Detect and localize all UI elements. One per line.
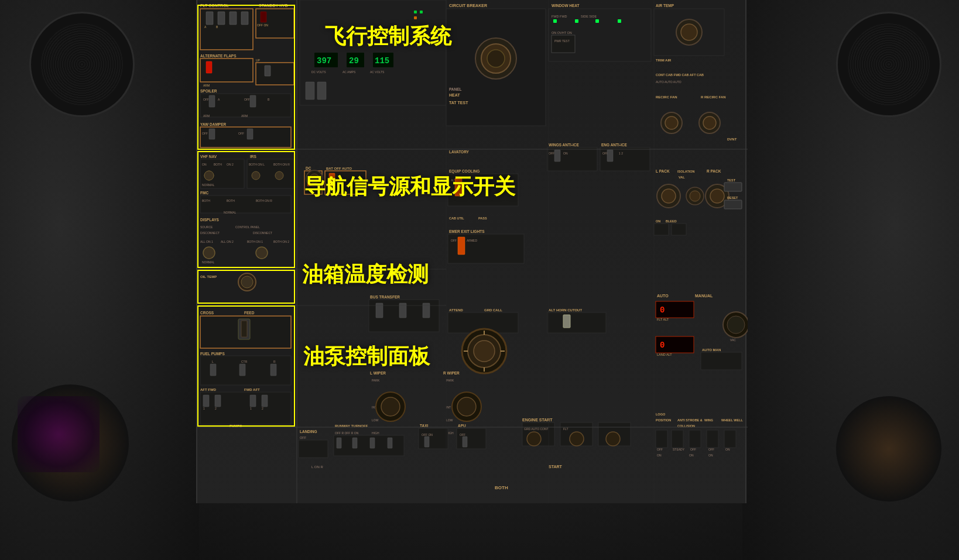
svg-text:ON: ON bbox=[725, 448, 730, 451]
fuel-pump-label: 油泵控制面板 bbox=[303, 342, 430, 371]
svg-text:BUS TRANSFER: BUS TRANSFER bbox=[370, 295, 400, 299]
svg-rect-288 bbox=[672, 224, 686, 235]
svg-text:RECIRC FAN: RECIRC FAN bbox=[656, 95, 677, 99]
svg-point-225 bbox=[381, 397, 400, 416]
svg-rect-257 bbox=[463, 437, 467, 447]
svg-text:PANEL: PANEL bbox=[449, 87, 462, 91]
svg-text:PWR TEST: PWR TEST bbox=[554, 39, 570, 43]
svg-text:115: 115 bbox=[375, 56, 389, 66]
svg-point-169 bbox=[690, 191, 700, 201]
svg-text:L PACK: L PACK bbox=[656, 169, 670, 173]
right-control-column bbox=[836, 396, 941, 501]
svg-rect-251 bbox=[419, 428, 448, 449]
svg-text:ON: ON bbox=[689, 454, 694, 457]
svg-text:ON  OVHT  ON: ON OVHT ON bbox=[552, 31, 572, 35]
svg-rect-131 bbox=[595, 19, 599, 23]
svg-text:HEAT: HEAT bbox=[449, 93, 460, 97]
svg-rect-134 bbox=[552, 35, 575, 53]
flight-control-label: 飞行控制系统 bbox=[325, 22, 451, 51]
svg-point-199 bbox=[474, 341, 495, 362]
svg-text:R RECIRC FAN: R RECIRC FAN bbox=[701, 95, 726, 99]
svg-text:AUTO: AUTO bbox=[657, 294, 669, 298]
svg-text:LOGO: LOGO bbox=[656, 413, 666, 416]
svg-text:ISOLATION: ISOLATION bbox=[677, 170, 695, 173]
svg-text:WINDOW HEAT: WINDOW HEAT bbox=[552, 4, 580, 8]
svg-rect-292 bbox=[420, 11, 423, 13]
svg-point-163 bbox=[662, 189, 676, 203]
svg-text:PARK: PARK bbox=[446, 379, 454, 382]
left-display-element bbox=[18, 396, 100, 472]
svg-rect-196 bbox=[563, 315, 570, 328]
svg-text:VAL: VAL bbox=[679, 176, 685, 179]
svg-text:0: 0 bbox=[660, 305, 665, 315]
svg-rect-132 bbox=[618, 19, 621, 23]
right-speaker-grill bbox=[836, 12, 941, 117]
svg-text:POSITION: POSITION bbox=[656, 418, 671, 422]
fuel-temp-highlight-box bbox=[197, 270, 295, 304]
svg-rect-253 bbox=[424, 437, 429, 447]
svg-text:BLEED: BLEED bbox=[666, 219, 677, 223]
svg-text:ARMED: ARMED bbox=[467, 239, 477, 242]
svg-text:TEST: TEST bbox=[727, 178, 736, 182]
svg-text:AC VOLTS: AC VOLTS bbox=[370, 70, 385, 74]
svg-point-227 bbox=[457, 397, 476, 416]
svg-text:ENG ANTI-ICE: ENG ANTI-ICE bbox=[601, 143, 627, 147]
svg-text:29: 29 bbox=[349, 56, 359, 66]
svg-text:L WIPER: L WIPER bbox=[370, 371, 386, 375]
svg-text:RESET: RESET bbox=[727, 196, 738, 200]
svg-point-148 bbox=[703, 116, 716, 129]
svg-rect-266 bbox=[689, 430, 701, 448]
svg-rect-248 bbox=[388, 438, 392, 448]
svg-text:DC: DC bbox=[306, 166, 311, 170]
svg-text:OFF: OFF bbox=[657, 448, 663, 451]
svg-text:FLT: FLT bbox=[563, 427, 568, 431]
svg-text:OFF: OFF bbox=[460, 433, 465, 437]
svg-rect-195 bbox=[547, 312, 606, 333]
svg-text:WING: WING bbox=[704, 418, 713, 422]
svg-text:FWD   FWD: FWD FWD bbox=[552, 15, 567, 18]
svg-rect-255 bbox=[457, 428, 486, 449]
svg-point-236 bbox=[570, 432, 584, 446]
left-speaker-grill bbox=[29, 12, 135, 117]
svg-text:GRD CALL: GRD CALL bbox=[484, 308, 502, 312]
svg-text:OFF: OFF bbox=[300, 436, 307, 439]
svg-rect-241 bbox=[299, 440, 328, 458]
svg-text:OFF: OFF bbox=[708, 448, 714, 451]
svg-text:EMER EXIT LIGHTS: EMER EXIT LIGHTS bbox=[449, 229, 485, 233]
left-cockpit-panel bbox=[0, 0, 199, 560]
svg-text:1  2: 1 2 bbox=[619, 152, 623, 155]
svg-text:ALT HORN CUTOUT: ALT HORN CUTOUT bbox=[549, 308, 582, 312]
svg-text:OFF: OFF bbox=[690, 448, 696, 451]
svg-point-122 bbox=[487, 50, 505, 67]
svg-text:L  ON  R: L ON R bbox=[311, 465, 323, 469]
svg-rect-154 bbox=[554, 150, 560, 162]
svg-rect-267 bbox=[707, 430, 718, 448]
svg-text:WHEEL WELL: WHEEL WELL bbox=[721, 418, 744, 422]
svg-text:ON: ON bbox=[563, 152, 568, 155]
svg-text:LAND ALT: LAND ALT bbox=[657, 353, 672, 356]
svg-text:R PACK: R PACK bbox=[707, 169, 721, 173]
svg-rect-268 bbox=[724, 430, 736, 448]
svg-text:0: 0 bbox=[660, 341, 665, 350]
svg-rect-245 bbox=[337, 438, 341, 448]
svg-rect-246 bbox=[352, 438, 357, 448]
svg-text:OFF: OFF bbox=[451, 239, 457, 242]
svg-text:R WIPER: R WIPER bbox=[443, 371, 460, 375]
svg-text:SIDE   SIDE: SIDE SIDE bbox=[581, 15, 597, 18]
svg-rect-264 bbox=[656, 430, 667, 448]
svg-text:LOW: LOW bbox=[446, 418, 453, 422]
svg-text:PARK: PARK bbox=[372, 379, 380, 382]
svg-rect-173 bbox=[724, 200, 742, 209]
svg-rect-247 bbox=[370, 438, 375, 448]
svg-text:ON: ON bbox=[656, 219, 660, 223]
svg-text:ENGINE START: ENGINE START bbox=[522, 418, 553, 422]
svg-text:LAVATORY: LAVATORY bbox=[449, 150, 470, 154]
right-cockpit-panel bbox=[742, 0, 959, 560]
svg-point-139 bbox=[681, 24, 697, 40]
svg-rect-185 bbox=[458, 237, 465, 255]
svg-rect-129 bbox=[553, 19, 557, 23]
svg-text:AIR TEMP: AIR TEMP bbox=[656, 4, 674, 8]
svg-rect-287 bbox=[654, 224, 669, 235]
svg-rect-171 bbox=[724, 183, 742, 191]
svg-text:TRIM AIR: TRIM AIR bbox=[656, 59, 672, 62]
